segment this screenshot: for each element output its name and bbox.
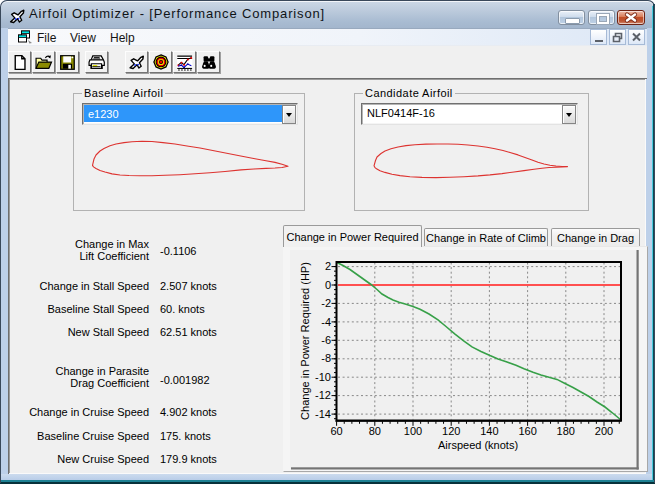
svg-text:-14: -14 (315, 408, 331, 420)
svg-text:80: 80 (369, 425, 381, 437)
svg-text:-10: -10 (315, 371, 331, 383)
svg-text:180: 180 (557, 425, 575, 437)
svg-text:-4: -4 (321, 316, 331, 328)
svg-text:2: 2 (325, 260, 331, 272)
svg-text:140: 140 (480, 425, 498, 437)
svg-text:200: 200 (595, 425, 613, 437)
svg-text:160: 160 (518, 425, 536, 437)
svg-text:-8: -8 (321, 352, 331, 364)
svg-text:-12: -12 (315, 389, 331, 401)
svg-text:Change in Power Required (HP): Change in Power Required (HP) (299, 262, 311, 420)
svg-text:-2: -2 (321, 297, 331, 309)
svg-text:120: 120 (442, 425, 460, 437)
svg-text:-6: -6 (321, 334, 331, 346)
svg-text:0: 0 (325, 279, 331, 291)
svg-text:Airspeed (knots): Airspeed (knots) (438, 439, 518, 451)
svg-text:100: 100 (404, 425, 422, 437)
svg-text:60: 60 (330, 425, 342, 437)
